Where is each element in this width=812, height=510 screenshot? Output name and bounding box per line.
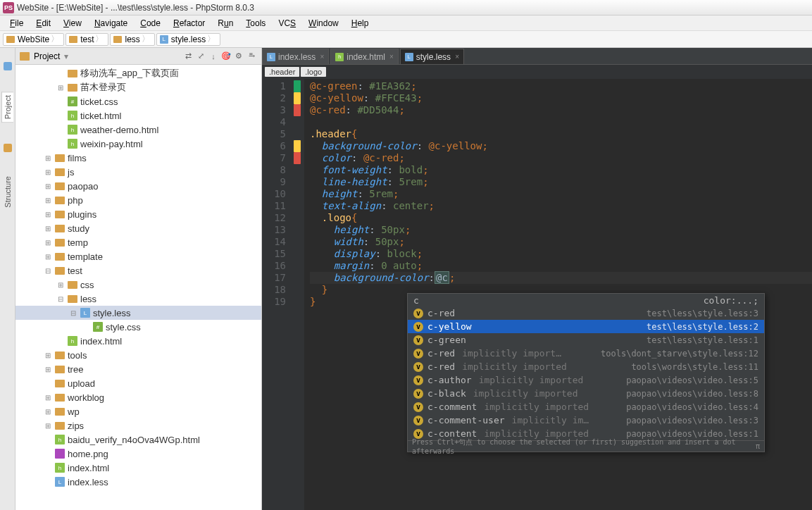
sidebar-tab-project[interactable]: Project [1, 92, 13, 123]
toolbar-button[interactable]: ⥱ [246, 51, 257, 62]
tree-twisty-icon[interactable]: ⊟ [56, 295, 65, 303]
tree-twisty-icon[interactable]: ⊞ [44, 422, 52, 430]
html-icon: h [55, 435, 65, 444]
menu-navigate[interactable]: Navigate [89, 17, 133, 30]
tree-twisty-icon[interactable]: ⊞ [44, 394, 52, 402]
toolbar-button[interactable]: ↓ [208, 51, 219, 62]
breadcrumb-test[interactable]: test〉 [65, 33, 108, 46]
tree-item[interactable]: ⊞zips [15, 418, 261, 433]
completion-item[interactable]: vc-redimplicitly import…tools\dont_starv… [408, 347, 764, 360]
close-icon[interactable]: × [389, 53, 394, 61]
app-icon: PS [3, 2, 14, 13]
editor-crumb[interactable]: .logo [301, 67, 326, 77]
dir-icon [55, 239, 65, 247]
toolbar-button[interactable]: ⚙ [233, 51, 244, 62]
project-tree[interactable]: 移动洗车_app_下载页面⊞苗木登录页#ticket.csshticket.ht… [15, 65, 261, 510]
dir-icon [55, 267, 65, 275]
editor-tab[interactable]: hindex.html× [330, 49, 399, 64]
tree-item[interactable]: #ticket.css [15, 94, 261, 108]
menu-file[interactable]: File [4, 17, 29, 30]
menu-help[interactable]: Help [346, 17, 375, 30]
menu-run[interactable]: Run [212, 17, 239, 30]
tree-item[interactable]: ⊞study [15, 221, 261, 235]
menu-bar: FileEditViewNavigateCodeRefactorRunTools… [0, 15, 812, 31]
tree-item[interactable]: hbaidu_verify_n4oOva4WGp.html [15, 433, 261, 447]
completion-item[interactable]: vc-blackimplicitly importedpaopao\videos… [408, 387, 764, 400]
dir-icon [55, 154, 65, 162]
menu-vcs[interactable]: VCS [273, 17, 301, 30]
tree-item[interactable]: Lindex.less [15, 475, 261, 489]
tree-twisty-icon[interactable]: ⊞ [44, 225, 52, 232]
menu-view[interactable]: View [58, 17, 87, 30]
tree-item[interactable]: ⊞tree [15, 362, 261, 376]
tree-item[interactable]: ⊞wp [15, 404, 261, 418]
tree-twisty-icon[interactable]: ⊞ [44, 352, 52, 359]
tree-item[interactable]: home.png [15, 447, 261, 461]
completion-item[interactable]: vc-greentest\less\style.less:1 [408, 333, 764, 347]
toolbar-button[interactable]: ⇄ [182, 51, 194, 62]
tree-item[interactable]: ⊟Lstyle.less [15, 306, 261, 320]
tree-twisty-icon[interactable]: ⊟ [44, 267, 52, 275]
toolbar-button[interactable]: 🎯 [220, 51, 232, 62]
tree-twisty-icon[interactable]: ⊞ [56, 84, 65, 92]
tree-item[interactable]: ⊞php [15, 193, 261, 207]
tree-twisty-icon[interactable]: ⊞ [44, 168, 52, 176]
sidebar-tab-structure[interactable]: Structure [2, 173, 13, 211]
completion-item[interactable]: vc-yellowtest\less\style.less:2 [408, 320, 764, 333]
close-icon[interactable]: × [455, 53, 459, 61]
tree-twisty-icon[interactable]: ⊞ [44, 154, 52, 162]
autocomplete-popup[interactable]: c color:...; vc-redtest\less\style.less:… [407, 293, 765, 452]
tree-item[interactable]: hweixin-pay.html [15, 137, 261, 151]
tree-twisty-icon[interactable]: ⊞ [44, 211, 52, 218]
tree-twisty-icon[interactable]: ⊞ [44, 197, 52, 204]
tree-item[interactable]: 移动洗车_app_下载页面 [15, 66, 261, 80]
tree-item[interactable]: hticket.html [15, 108, 261, 123]
tree-twisty-icon[interactable]: ⊞ [44, 239, 52, 247]
tree-item[interactable]: ⊞苗木登录页 [15, 80, 261, 94]
completion-item[interactable]: vc-redimplicitly importedtools\words\sty… [408, 360, 764, 373]
menu-window[interactable]: Window [303, 17, 344, 30]
tree-item[interactable]: hindex.html [15, 461, 261, 475]
tree-item[interactable]: ⊞temp [15, 235, 261, 249]
breadcrumb-style.less[interactable]: Lstyle.less〉 [156, 33, 220, 46]
completion-item[interactable]: vc-comment-userimplicitly im…paopao\vide… [408, 413, 764, 427]
completion-item[interactable]: vc-commentimplicitly importedpaopao\vide… [408, 400, 764, 413]
tree-item[interactable]: ⊞paopao [15, 179, 261, 193]
menu-edit[interactable]: Edit [30, 17, 56, 30]
breadcrumb-less[interactable]: less〉 [110, 33, 154, 46]
editor-crumb[interactable]: .header [265, 67, 299, 77]
tree-twisty-icon[interactable]: ⊞ [44, 408, 52, 416]
tree-item[interactable]: upload [15, 376, 261, 390]
tree-twisty-icon[interactable]: ⊞ [44, 253, 52, 261]
completion-item[interactable]: vc-redtest\less\style.less:3 [408, 306, 764, 320]
tree-item[interactable]: hindex.html [15, 334, 261, 348]
tree-item[interactable]: ⊟test [15, 263, 261, 278]
tree-twisty-icon[interactable]: ⊟ [69, 309, 77, 317]
menu-tools[interactable]: Tools [240, 17, 271, 30]
less-icon: L [267, 53, 275, 61]
tree-item[interactable]: ⊞films [15, 151, 261, 165]
completion-item[interactable]: vc-authorimplicitly importedpaopao\video… [408, 373, 764, 387]
breadcrumb-website[interactable]: WebSite〉 [3, 33, 64, 46]
tree-item[interactable]: ⊞plugins [15, 207, 261, 221]
menu-refactor[interactable]: Refactor [168, 17, 211, 30]
toolbar-button[interactable]: ⤢ [195, 51, 206, 62]
tree-item[interactable]: ⊞tools [15, 348, 261, 362]
editor-tab[interactable]: Lindex.less× [262, 49, 329, 64]
variable-badge-icon: v [413, 349, 423, 359]
tree-twisty-icon[interactable]: ⊞ [56, 281, 65, 289]
tree-item[interactable]: ⊞css [15, 278, 261, 292]
tree-item[interactable]: hweather-demo.html [15, 123, 261, 137]
menu-code[interactable]: Code [135, 17, 166, 30]
html-icon: h [68, 139, 77, 149]
tree-twisty-icon[interactable]: ⊞ [44, 182, 52, 190]
tree-item[interactable]: ⊞workblog [15, 390, 261, 404]
tree-item[interactable]: ⊞js [15, 165, 261, 179]
tree-item[interactable]: ⊞template [15, 249, 261, 263]
tree-item[interactable]: ⊟less [15, 292, 261, 306]
window-titlebar: PS WebSite - [E:\WebSite] - ...\test\les… [0, 0, 812, 15]
tree-item[interactable]: #style.css [15, 320, 261, 334]
editor-tab[interactable]: Lstyle.less× [400, 49, 464, 64]
close-icon[interactable]: × [320, 53, 324, 61]
tree-twisty-icon[interactable]: ⊞ [44, 366, 52, 373]
